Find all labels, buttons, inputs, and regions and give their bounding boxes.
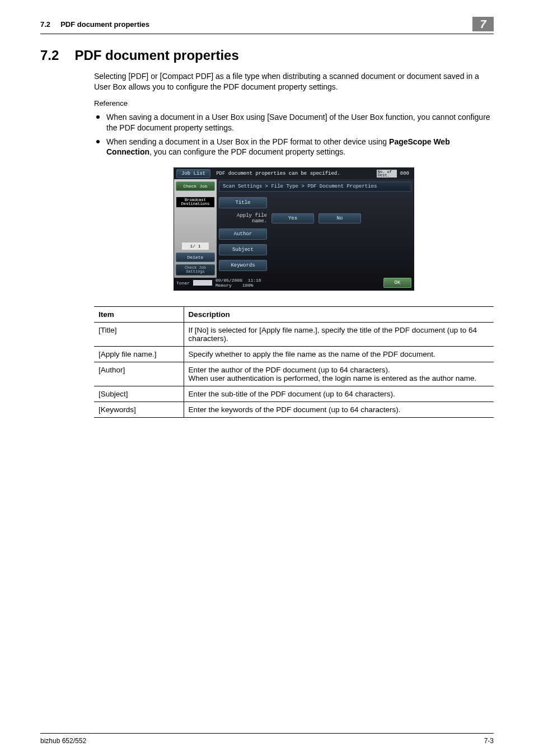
panel-sidebar: Check Job Broadcast Destinations 1/ 1 De… bbox=[174, 179, 217, 278]
row-subject-desc: Enter the sub-title of the PDF document … bbox=[184, 386, 494, 402]
title-button[interactable]: Title bbox=[219, 197, 267, 208]
bullet-1: When saving a document in a User Box usi… bbox=[94, 112, 494, 133]
page-footer: bizhub 652/552 7-3 bbox=[40, 733, 494, 745]
author-button[interactable]: Author bbox=[219, 228, 267, 240]
mfp-panel: Job List PDF document properties can be … bbox=[174, 167, 414, 291]
reference-label: Reference bbox=[94, 99, 494, 108]
subject-button[interactable]: Subject bbox=[219, 244, 267, 255]
author-row: Author bbox=[219, 228, 411, 240]
row-author-item: [Author] bbox=[94, 362, 184, 386]
header-left: 7.2 PDF document properties bbox=[40, 20, 149, 29]
check-job-button[interactable]: Check Job bbox=[176, 181, 215, 191]
footer-right: 7-3 bbox=[484, 737, 494, 745]
intro-paragraph: Selecting [PDF] or [Compact PDF] as a fi… bbox=[94, 71, 494, 92]
row-title-item: [Title] bbox=[94, 323, 184, 347]
chapter-tab: 7 bbox=[472, 17, 494, 31]
dest-count-value: 000 bbox=[400, 171, 411, 176]
running-header: 7.2 PDF document properties 7 bbox=[40, 17, 494, 34]
section-number: 7.2 bbox=[40, 48, 59, 63]
bullet-2-pre: When sending a document in a User Box in… bbox=[106, 137, 389, 146]
screenshot-figure: Job List PDF document properties can be … bbox=[94, 167, 494, 291]
panel-footer-left: Toner 09/05/2008 11:16 Memory 100% bbox=[176, 278, 261, 288]
panel-body: Check Job Broadcast Destinations 1/ 1 De… bbox=[174, 179, 414, 278]
table-row: [Subject] Enter the sub-title of the PDF… bbox=[94, 386, 494, 402]
row-apply-item: [Apply file name.] bbox=[94, 347, 184, 362]
time-value: 11:16 bbox=[248, 278, 261, 283]
title-row: Title bbox=[219, 197, 411, 208]
row-title-desc: If [No] is selected for [Apply file name… bbox=[184, 323, 494, 347]
keywords-row: Keywords bbox=[219, 260, 411, 271]
keywords-button[interactable]: Keywords bbox=[219, 260, 267, 271]
toner-bar-icon bbox=[193, 280, 212, 286]
document-page: 7.2 PDF document properties 7 7.2 PDF do… bbox=[0, 0, 534, 756]
memory-label: Memory bbox=[216, 283, 232, 288]
table-row: [Keywords] Enter the keywords of the PDF… bbox=[94, 402, 494, 418]
broadcast-destinations-tab[interactable]: Broadcast Destinations bbox=[176, 197, 215, 208]
dest-count-label: No. of Dest. bbox=[377, 170, 397, 178]
panel-footer: Toner 09/05/2008 11:16 Memory 100% OK bbox=[174, 278, 414, 290]
bullet-2-post: , you can configure the PDF document pro… bbox=[149, 147, 345, 156]
panel-message: PDF document properties can be specified… bbox=[214, 171, 373, 176]
job-list-button[interactable]: Job List bbox=[176, 169, 210, 178]
reference-bullets: When saving a document in a User Box usi… bbox=[94, 112, 494, 158]
panel-top-bar: Job List PDF document properties can be … bbox=[174, 168, 414, 179]
check-job-settings-button[interactable]: Check Job Settings bbox=[176, 264, 215, 276]
subject-row: Subject bbox=[219, 244, 411, 255]
row-subject-item: [Subject] bbox=[94, 386, 184, 402]
pager-indicator: 1/ 1 bbox=[181, 242, 209, 250]
row-apply-desc: Specify whether to apply the file name a… bbox=[184, 347, 494, 362]
delete-button[interactable]: Delete bbox=[176, 253, 215, 262]
bullet-2: When sending a document in a User Box in… bbox=[94, 137, 494, 158]
col-desc-header: Description bbox=[184, 307, 494, 323]
apply-file-name-label: Apply file name. bbox=[219, 213, 267, 224]
toner-label: Toner bbox=[176, 281, 190, 286]
apply-file-name-row: Apply file name. Yes No bbox=[219, 213, 411, 224]
row-keywords-desc: Enter the keywords of the PDF document (… bbox=[184, 402, 494, 418]
ok-button[interactable]: OK bbox=[383, 278, 411, 288]
col-item-header: Item bbox=[94, 307, 184, 323]
apply-no-button[interactable]: No bbox=[318, 213, 361, 223]
date-value: 09/05/2008 bbox=[216, 278, 242, 283]
table-row: [Author] Enter the author of the PDF doc… bbox=[94, 362, 494, 386]
description-table: Item Description [Title] If [No] is sele… bbox=[94, 306, 494, 418]
section-title: PDF document properties bbox=[74, 48, 238, 63]
row-keywords-item: [Keywords] bbox=[94, 402, 184, 418]
datetime-block: 09/05/2008 11:16 Memory 100% bbox=[216, 278, 261, 288]
memory-value: 100% bbox=[242, 283, 253, 288]
breadcrumb: Scan Settings > File Type > PDF Document… bbox=[219, 181, 411, 192]
header-section-num: 7.2 bbox=[40, 20, 50, 29]
table-row: [Apply file name.] Specify whether to ap… bbox=[94, 347, 494, 362]
panel-main: Scan Settings > File Type > PDF Document… bbox=[217, 179, 414, 278]
section-heading: 7.2 PDF document properties bbox=[40, 48, 494, 63]
header-section-title: PDF document properties bbox=[60, 20, 149, 29]
table-header-row: Item Description bbox=[94, 307, 494, 323]
table-row: [Title] If [No] is selected for [Apply f… bbox=[94, 323, 494, 347]
row-author-desc: Enter the author of the PDF document (up… bbox=[184, 362, 494, 386]
footer-left: bizhub 652/552 bbox=[40, 737, 86, 745]
apply-yes-button[interactable]: Yes bbox=[271, 213, 314, 223]
body-column: Selecting [PDF] or [Compact PDF] as a fi… bbox=[94, 71, 494, 418]
